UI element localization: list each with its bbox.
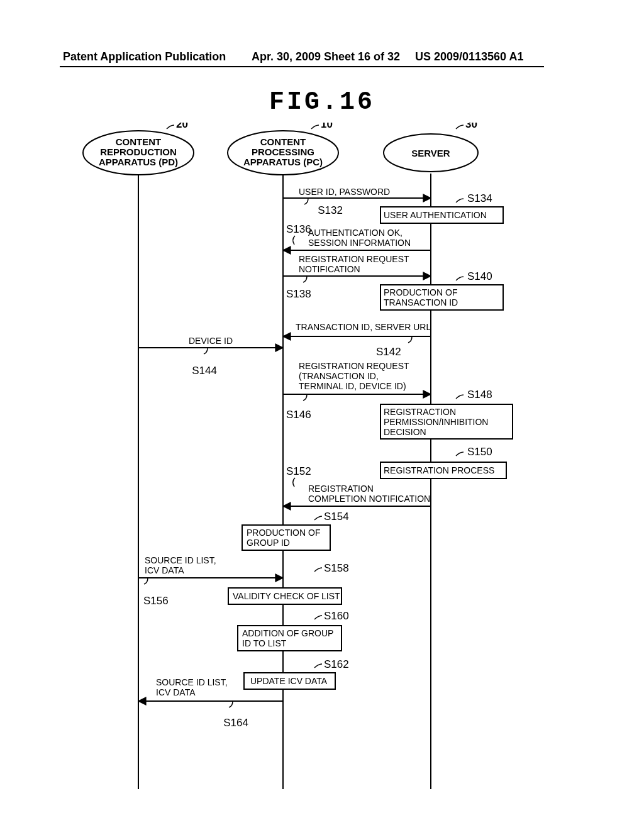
msg-s146-l2: (TRANSACTION ID,	[299, 371, 379, 381]
box-s150: REGISTRATION PROCESS	[384, 465, 494, 475]
box-s160-l1: ADDITION OF GROUP	[242, 628, 333, 638]
box-s148-l3: DECISION	[384, 427, 426, 437]
box-s148-l2: PERMISSION/INHIBITION	[384, 417, 488, 427]
sequence-diagram: CONTENT REPRODUCTION APPARATUS (PD) 20 C…	[82, 123, 516, 797]
step-s132: S132	[318, 204, 343, 216]
header-rule	[60, 66, 544, 67]
step-s156: S156	[143, 595, 169, 607]
figure-title: FIG.16	[0, 88, 644, 116]
msg-s138-l2: NOTIFICATION	[299, 264, 360, 274]
step-s146: S146	[286, 409, 311, 421]
step-s138: S138	[286, 288, 311, 300]
msg-s144: DEVICE ID	[189, 336, 233, 346]
box-s148-l1: REGISTRACTION	[384, 407, 456, 417]
msg-s142: TRANSACTION ID, SERVER URL	[296, 322, 431, 332]
actor-srv-l1: SERVER	[411, 148, 450, 158]
box-s162: UPDATE ICV DATA	[250, 676, 328, 686]
step-s152: S152	[286, 465, 311, 477]
box-s158: VALIDITY CHECK OF LIST	[233, 591, 340, 601]
actor-pc-l2: PROCESSING	[252, 147, 314, 157]
actor-pd-l1: CONTENT	[116, 136, 162, 147]
step-s158: S158	[324, 562, 349, 574]
step-s140: S140	[467, 270, 492, 282]
box-s140-l2: TRANSACTION ID	[384, 297, 458, 307]
msg-s152-l2: COMPLETION NOTIFICATION	[308, 494, 430, 504]
header-mid: Apr. 30, 2009 Sheet 16 of 32	[252, 50, 400, 64]
msg-s156-l2: ICV DATA	[145, 565, 184, 575]
step-s144: S144	[192, 365, 217, 377]
box-s140-l1: PRODUCTION OF	[384, 287, 457, 297]
msg-s132: USER ID, PASSWORD	[299, 187, 390, 197]
actor-pd-l3: APPARATUS (PD)	[99, 157, 178, 167]
step-s154: S154	[324, 511, 349, 523]
actor-srv-ref: 30	[465, 123, 477, 130]
actor-pd-l2: REPRODUCTION	[100, 147, 177, 157]
box-s154-l2: GROUP ID	[247, 538, 290, 548]
actor-pd-ref: 20	[176, 123, 188, 130]
header-left: Patent Application Publication	[63, 50, 226, 64]
actor-pc-l1: CONTENT	[260, 136, 306, 147]
step-s142: S142	[376, 346, 401, 358]
actor-pc-l3: APPARATUS (PC)	[243, 157, 323, 167]
msg-s136-l1: AUTHENTICATION OK,	[308, 228, 402, 238]
step-s162: S162	[324, 658, 349, 670]
msg-s156-l1: SOURCE ID LIST,	[145, 555, 216, 565]
box-s154-l1: PRODUCTION OF	[247, 528, 320, 538]
step-s160: S160	[324, 610, 349, 622]
step-s136: S136	[286, 223, 311, 235]
header-right: US 2009/0113560 A1	[415, 50, 523, 64]
msg-s136-l2: SESSION INFORMATION	[308, 238, 411, 248]
msg-s138-l1: REGISTRATION REQUEST	[299, 254, 409, 264]
msg-s164-l2: ICV DATA	[156, 687, 196, 697]
step-s148: S148	[467, 389, 492, 401]
msg-s152-l1: REGISTRATION	[308, 484, 374, 494]
msg-s146-l1: REGISTRATION REQUEST	[299, 361, 409, 371]
step-s164: S164	[223, 717, 248, 729]
msg-s164-l1: SOURCE ID LIST,	[156, 677, 228, 687]
actor-pc-ref: 10	[321, 123, 333, 130]
step-s134: S134	[467, 192, 492, 204]
box-s134: USER AUTHENTICATION	[384, 210, 487, 220]
step-s150: S150	[467, 446, 492, 458]
box-s160-l2: ID TO LIST	[242, 638, 287, 648]
msg-s146-l3: TERMINAL ID, DEVICE ID)	[299, 381, 406, 391]
